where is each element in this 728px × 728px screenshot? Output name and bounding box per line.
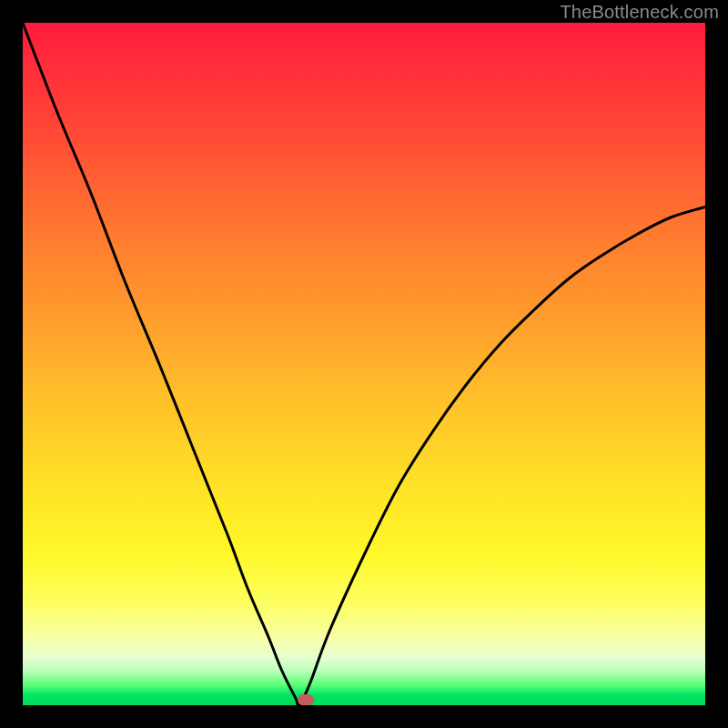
bottleneck-curve: [23, 23, 705, 705]
optimum-marker: [298, 694, 314, 705]
watermark-text: TheBottleneck.com: [560, 2, 719, 23]
chart-frame: TheBottleneck.com: [0, 0, 728, 728]
